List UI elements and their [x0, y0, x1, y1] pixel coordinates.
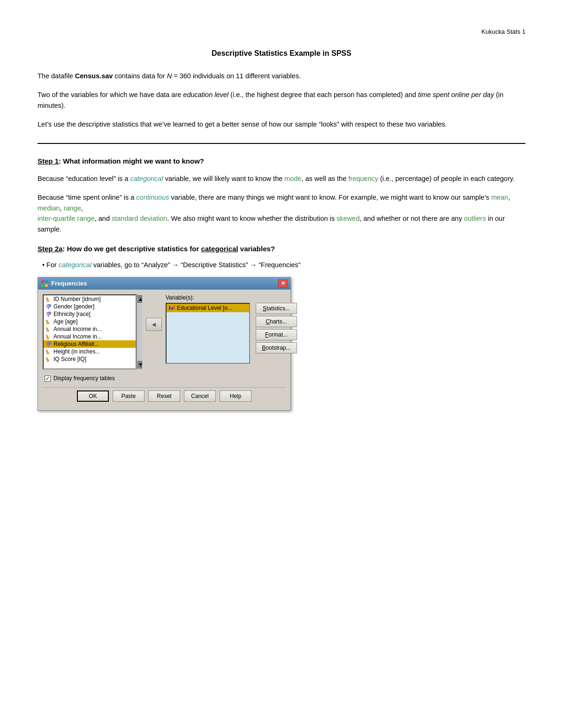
list-item[interactable]: Gender [gender]: [44, 303, 136, 310]
spss-frequencies-dialog: Frequencies ✕ ID Number [idnum]: [38, 277, 291, 411]
step1-colon: : What information might we want to know…: [59, 157, 204, 165]
p2-text: Two of the variables for which we have d…: [38, 91, 183, 98]
selected-variable[interactable]: Educational Level [e...: [167, 304, 249, 312]
step1-para1: Because “education level” is a categoric…: [38, 173, 525, 184]
svg-rect-4: [46, 297, 49, 302]
selected-var-label: Educational Level [e...: [177, 305, 232, 311]
spss-title-area: Frequencies: [41, 280, 87, 287]
gender-icon: [46, 304, 52, 310]
s1p2-mid: variable, there are many things we might…: [169, 194, 491, 201]
statistics-button[interactable]: Statistics...: [256, 303, 297, 314]
section-divider: [38, 143, 525, 144]
paragraph-3: Let’s use the descriptive statistics tha…: [38, 119, 525, 129]
svg-rect-3: [45, 284, 48, 287]
scrollbar-down-arrow[interactable]: ▼: [137, 361, 142, 368]
list-item[interactable]: ID Number [idnum]: [44, 295, 136, 303]
cancel-button[interactable]: Cancel: [184, 390, 216, 402]
charts-underline: C: [266, 318, 270, 325]
pencil-tip3: [46, 330, 47, 332]
spss-titlebar: Frequencies ✕: [38, 278, 290, 290]
s1p2-and: , and: [95, 215, 112, 222]
spss-app-icon: [41, 280, 48, 287]
pencil-tip4: [46, 338, 47, 339]
edu-level-icon: [168, 305, 175, 311]
list-item[interactable]: Age [age]: [44, 318, 136, 325]
spss-source-list[interactable]: ID Number [idnum] Gender [gender] Ethnic…: [43, 294, 137, 369]
transfer-button[interactable]: ◄: [146, 318, 162, 331]
svg-rect-11: [46, 319, 49, 324]
action-buttons-group: Statistics... Charts... Format... Bootst…: [256, 303, 297, 364]
s1p2-range: range: [64, 204, 81, 212]
spss-close-button[interactable]: ✕: [278, 279, 288, 288]
religion-icon: [46, 341, 52, 347]
paragraph-2: Two of the variables for which we have d…: [38, 90, 525, 111]
list-item[interactable]: Annual Income in...: [44, 325, 136, 333]
pencil-icon3: [46, 326, 52, 332]
p1-rest2: = 360 individuals on 11 different variab…: [172, 72, 301, 80]
list-item[interactable]: Annual Income in...: [44, 333, 136, 340]
svg-rect-21: [174, 305, 175, 310]
bullet-arrow1: →: [172, 261, 179, 269]
list-item[interactable]: Height (in inches...: [44, 348, 136, 355]
s1p2-sd: standard deviation: [112, 215, 167, 222]
p1-text: The datafile: [38, 72, 75, 80]
svg-rect-18: [46, 357, 49, 362]
p1-n: N: [167, 72, 172, 80]
header-label: Kukucka Stats 1: [481, 28, 525, 35]
list-item[interactable]: Ethnicity [race]: [44, 310, 136, 318]
transfer-col: ◄: [146, 294, 162, 331]
help-button[interactable]: Help: [220, 390, 251, 402]
bootstrap-button[interactable]: Bootstrap...: [256, 342, 297, 353]
p2-rest1: (i.e., the highest degree that each pers…: [228, 91, 418, 98]
pencil-icon5: [46, 349, 52, 355]
s1p2-skewed: skewed: [336, 215, 359, 222]
variables-label-text: Variable(s):: [166, 294, 194, 301]
bullet-mid2: “Descriptive Statistics”: [179, 261, 250, 269]
reset-button[interactable]: Reset: [148, 390, 180, 402]
bullet-arrow2: →: [250, 261, 257, 269]
bullet-end: “Frequencies”: [257, 261, 300, 269]
p1-rest: contains data for: [113, 72, 167, 80]
pencil-icon2: [46, 319, 52, 325]
pencil-tip2: [46, 323, 47, 324]
s1p2-mean: mean: [491, 194, 508, 201]
format-button[interactable]: Format...: [256, 329, 297, 340]
format-underline: F: [265, 331, 268, 338]
stats-rest: tatistics...: [266, 305, 290, 312]
ethnicity-icon: [46, 311, 52, 317]
s1p2-comma2: ,: [60, 204, 64, 212]
p2-italic1: education level: [183, 91, 228, 98]
p3-text: Let’s use the descriptive statistics tha…: [38, 120, 447, 128]
list-item[interactable]: IQ Score [IQ]: [44, 355, 136, 363]
paste-button[interactable]: Paste: [113, 390, 145, 402]
s1p2-cont: continuous: [136, 194, 169, 201]
pencil-tip: [46, 300, 47, 302]
step2a-label: Step 2a: [38, 245, 62, 253]
variables-label: Variable(s):: [166, 294, 297, 301]
format-rest: ormat...: [268, 331, 288, 338]
checkbox-row: ✓ Display frequency tables: [43, 373, 286, 383]
charts-button[interactable]: Charts...: [256, 316, 297, 327]
spss-body: ID Number [idnum] Gender [gender] Ethnic…: [38, 290, 290, 410]
s1p1-mid2: , as well as the: [302, 175, 349, 182]
bullet-dot: •: [42, 261, 46, 269]
s1p1-freq: frequency: [349, 175, 379, 182]
pencil-tip5: [46, 353, 47, 354]
display-frequency-checkbox[interactable]: ✓: [45, 375, 51, 382]
pencil-icon: [46, 296, 52, 302]
s1p2-outliers: outliers: [464, 215, 486, 222]
spss-variables-box[interactable]: Educational Level [e...: [166, 303, 250, 364]
ok-button[interactable]: OK: [77, 390, 109, 402]
source-list-scrollbar[interactable]: ▲ ▼: [137, 294, 142, 369]
scrollbar-up-arrow[interactable]: ▲: [137, 295, 142, 303]
s1p2-comma3: ,: [81, 204, 83, 212]
bullet-cat: categorical: [59, 261, 91, 269]
list-item-selected[interactable]: Religious Affiliati...: [44, 340, 136, 348]
step1-heading: Step 1: What information might we want t…: [38, 157, 525, 165]
bottom-buttons-row: OK Paste Reset Cancel Help: [43, 387, 286, 405]
step1-label: Step 1: [38, 157, 59, 165]
spss-dialog-title: Frequencies: [51, 280, 87, 287]
svg-rect-0: [41, 280, 44, 283]
spss-main-row: ID Number [idnum] Gender [gender] Ethnic…: [43, 294, 286, 369]
s1p1-before: Because “education level” is a: [38, 175, 130, 182]
